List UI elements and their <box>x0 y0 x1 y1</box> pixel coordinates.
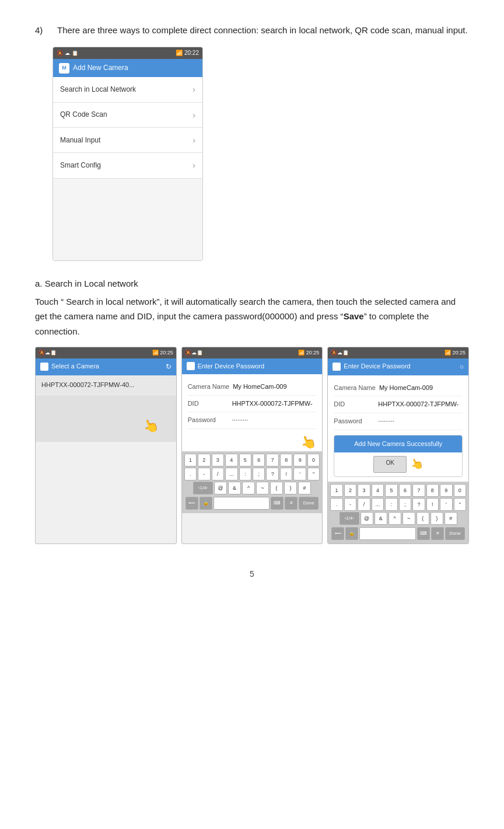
kb-key-slash[interactable]: / <box>212 468 224 480</box>
kb-key-7[interactable]: 7 <box>266 454 278 466</box>
kb3-key-3[interactable]: 3 <box>358 484 370 497</box>
app-title: Add New Camera <box>73 62 128 74</box>
kb3-row-symbols: . - / ... : ; ? ! ' " <box>330 498 466 511</box>
kb-key-amp[interactable]: & <box>228 482 241 494</box>
screen3-close-icon[interactable]: ○ <box>460 361 464 372</box>
kb-key-6[interactable]: 6 <box>253 454 265 466</box>
kb3-key-slash[interactable]: / <box>358 498 370 511</box>
kb3-key-colon[interactable]: : <box>385 498 397 511</box>
kb3-key-semicolon[interactable]: ; <box>399 498 411 511</box>
kb3-key-lock[interactable]: 🔒 <box>345 527 358 540</box>
label-camera-name: Camera Name <box>188 382 230 392</box>
kb3-key-tilde[interactable]: ~ <box>402 512 415 525</box>
kb-key-at[interactable]: @ <box>214 482 227 494</box>
kb-key-hash[interactable]: # <box>298 482 311 494</box>
kb-key-alt-switch[interactable]: ‹1/4› <box>193 482 213 494</box>
kb-key-9[interactable]: 9 <box>293 454 306 466</box>
kb3-key-exclaim[interactable]: ! <box>426 498 439 511</box>
kb3-key-1[interactable]: 1 <box>330 484 342 497</box>
screen2-icons: 🔕☁📋 <box>185 349 203 357</box>
kb3-key-8[interactable]: 8 <box>426 484 439 497</box>
screen1-icons: 🔕☁📋 <box>38 349 57 357</box>
kb-key-colon[interactable]: : <box>239 468 251 480</box>
kb-key-dquote[interactable]: " <box>307 468 320 480</box>
kb-key-back[interactable]: ⟵ <box>186 497 198 510</box>
kb-key-exclaim[interactable]: ! <box>280 468 292 480</box>
label-password: Password <box>188 415 229 426</box>
kb-key-done[interactable]: Done <box>299 497 318 510</box>
menu-item-qr[interactable]: QR Code Scan › <box>53 103 202 128</box>
kb3-key-dash[interactable]: - <box>344 498 356 511</box>
arrow-icon: › <box>192 83 195 96</box>
kb3-key-ellipsis[interactable]: ... <box>372 498 384 511</box>
label3-camera-name: Camera Name <box>334 383 376 393</box>
kb-key-space[interactable] <box>214 497 270 510</box>
kb-key-dash[interactable]: - <box>198 468 210 480</box>
kb3-key-space[interactable] <box>359 527 416 540</box>
kb3-key-hash[interactable]: # <box>444 512 457 525</box>
kb3-key-delete[interactable]: ✕ <box>431 527 444 540</box>
kb3-key-dot[interactable]: . <box>330 498 342 511</box>
kb3-key-dquote[interactable]: " <box>454 498 466 511</box>
kb-key-caret[interactable]: ^ <box>242 482 255 494</box>
screen2-titlebar: Enter Device Password <box>182 358 323 375</box>
form3-row-camera-name: Camera Name My HomeCam-009 <box>334 380 463 397</box>
kb3-key-7[interactable]: 7 <box>412 484 425 497</box>
kb-key-semicolon[interactable]: ; <box>253 468 265 480</box>
kb3-key-done[interactable]: Done <box>445 527 465 540</box>
kb3-key-switch-lang[interactable]: ⌨ <box>417 527 430 540</box>
kb3-key-4[interactable]: 4 <box>372 484 384 497</box>
kb3-key-question[interactable]: ? <box>412 498 425 511</box>
kb3-key-alt-switch[interactable]: ‹1/4› <box>340 512 359 525</box>
step-number: 4) <box>35 23 52 37</box>
app-title-bar: M Add New Camera <box>53 59 202 77</box>
kb-key-quote[interactable]: ' <box>293 468 306 480</box>
kb-key-delete[interactable]: ✕ <box>285 497 298 510</box>
kb-key-8[interactable]: 8 <box>280 454 292 466</box>
screen3-app-icon <box>332 363 341 371</box>
menu-item-manual[interactable]: Manual Input › <box>53 128 202 153</box>
kb3-key-amp[interactable]: & <box>374 512 387 525</box>
screen1-title: Select a Camera <box>51 361 99 372</box>
kb-key-dot[interactable]: . <box>184 468 197 480</box>
kb3-key-back[interactable]: ⟵ <box>331 527 344 540</box>
kb3-key-9[interactable]: 9 <box>440 484 452 497</box>
phone-menu-screen: 🔕 ☁ 📋 📶 20:22 M Add New Camera Search in… <box>52 47 203 261</box>
screen1-refresh-icon[interactable]: ↻ <box>166 361 172 372</box>
kb-key-ellipsis[interactable]: ... <box>225 468 237 480</box>
section-a-heading: a. Search in Local network <box>35 277 469 291</box>
kb3-key-lparen[interactable]: ( <box>416 512 429 525</box>
kb-key-rparen[interactable]: ) <box>284 482 297 494</box>
kb3-key-at[interactable]: @ <box>360 512 373 525</box>
kb3-key-6[interactable]: 6 <box>399 484 411 497</box>
kb-key-tilde[interactable]: ~ <box>256 482 269 494</box>
camera-list-item[interactable]: HHPTXX-000072-TJFPMW-40... <box>36 375 176 396</box>
menu-item-smart[interactable]: Smart Config › <box>53 153 202 178</box>
kb-key-4[interactable]: 4 <box>225 454 237 466</box>
kb-key-lock[interactable]: 🔒 <box>200 497 212 510</box>
screen1-time: 📶 20:25 <box>152 349 173 357</box>
screen1-empty: 👆 <box>36 395 176 442</box>
kb3-key-quote[interactable]: ' <box>440 498 452 511</box>
kb3-bottom-row: ⟵ 🔒 ⌨ ✕ Done <box>330 526 466 541</box>
kb3-key-caret[interactable]: ^ <box>388 512 401 525</box>
kb-key-1[interactable]: 1 <box>184 454 197 466</box>
kb3-key-0[interactable]: 0 <box>454 484 466 497</box>
kb3-key-2[interactable]: 2 <box>344 484 356 497</box>
kb3-key-5[interactable]: 5 <box>385 484 397 497</box>
screen-select-camera: 🔕☁📋 📶 20:25 Select a Camera ↻ HHPTXX-000… <box>35 347 177 544</box>
kb-key-5[interactable]: 5 <box>239 454 251 466</box>
menu-item-search-local[interactable]: Search in Local Network › <box>53 77 202 102</box>
kb-key-question[interactable]: ? <box>266 468 278 480</box>
screen2-title-left: Enter Device Password <box>187 361 264 372</box>
kb-key-0[interactable]: 0 <box>307 454 320 466</box>
arrow-icon-smart: › <box>192 159 195 172</box>
kb-key-2[interactable]: 2 <box>198 454 210 466</box>
value3-camera-name: My HomeCam-009 <box>379 383 433 393</box>
ok-button[interactable]: OK <box>373 456 406 473</box>
kb-key-lparen[interactable]: ( <box>270 482 283 494</box>
kb3-key-rparen[interactable]: ) <box>430 512 443 525</box>
kb-key-3[interactable]: 3 <box>212 454 224 466</box>
form3-row-password: Password ········· <box>334 413 463 430</box>
kb-key-switch-lang[interactable]: ⌨ <box>271 497 284 510</box>
